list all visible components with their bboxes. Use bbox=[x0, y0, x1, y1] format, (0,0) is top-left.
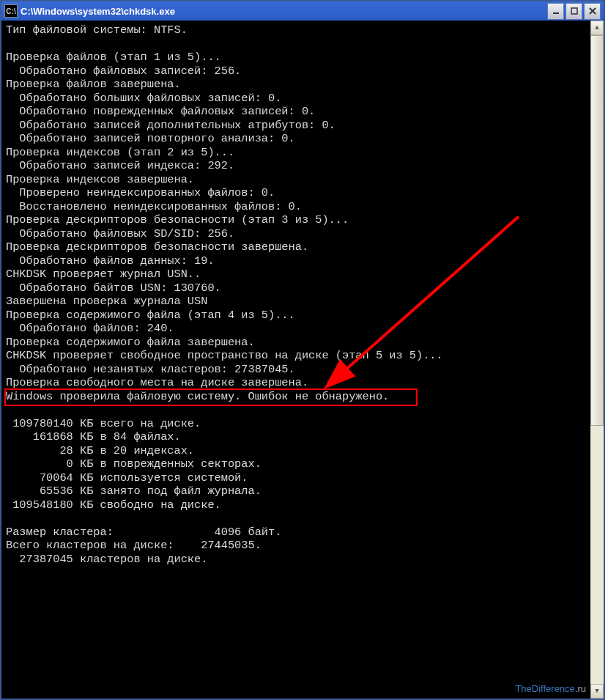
console-line bbox=[6, 566, 586, 580]
console-line: Обработано файловых SD/SID: 256. bbox=[6, 227, 586, 241]
console-line: Проверка индексов (этап 2 из 5)... bbox=[6, 146, 586, 160]
console-line: Обработано записей индекса: 292. bbox=[6, 159, 586, 173]
console-line: Завершена проверка журнала USN bbox=[6, 295, 586, 309]
scroll-track[interactable] bbox=[590, 35, 604, 684]
console-line: Проверка дескрипторов безопасности (этап… bbox=[6, 213, 586, 227]
svg-rect-1 bbox=[571, 8, 577, 14]
minimize-icon bbox=[552, 7, 560, 15]
console-line: Проверка свободного места на диске завер… bbox=[6, 376, 586, 390]
console-line: Windows проверила файловую систему. Ошиб… bbox=[6, 390, 586, 404]
console-line: CHKDSK проверяет журнал USN.. bbox=[6, 268, 586, 281]
close-icon bbox=[589, 7, 596, 15]
vertical-scrollbar[interactable]: ▲ ▼ bbox=[590, 21, 604, 699]
console-line: 0 КБ в поврежденных секторах. bbox=[6, 457, 586, 471]
console-line: Всего кластеров на диске: 27445035. bbox=[6, 539, 586, 553]
console-line bbox=[6, 37, 586, 51]
console-line: Обработано поврежденных файловых записей… bbox=[6, 105, 586, 119]
window-title: C:\Windows\system32\chkdsk.exe bbox=[21, 6, 547, 17]
console-line: Проверка содержимого файла завершена. bbox=[6, 336, 586, 350]
console-line: Обработано файловых записей: 256. bbox=[6, 65, 586, 78]
console-area: Тип файловой системы: NTFS. Проверка фай… bbox=[1, 21, 604, 699]
close-button[interactable] bbox=[584, 3, 601, 20]
window-controls bbox=[547, 3, 601, 20]
console-line: Проверка дескрипторов безопасности завер… bbox=[6, 240, 586, 254]
console-line: 27387045 кластеров на диске. bbox=[6, 553, 586, 567]
console-output: Тип файловой системы: NTFS. Проверка фай… bbox=[1, 21, 590, 699]
console-line: 161868 КБ в 84 файлах. bbox=[6, 430, 586, 444]
console-line: Обработано файлов: 240. bbox=[6, 322, 586, 336]
console-line bbox=[6, 512, 586, 526]
svg-rect-0 bbox=[553, 12, 559, 14]
console-line bbox=[6, 403, 586, 417]
console-line: 109780140 КБ всего на диске. bbox=[6, 417, 586, 431]
console-line: CHKDSK проверяет свободное пространство … bbox=[6, 349, 586, 363]
maximize-icon bbox=[571, 7, 578, 15]
console-line: 28 КБ в 20 индексах. bbox=[6, 444, 586, 458]
scroll-down-button[interactable]: ▼ bbox=[590, 684, 604, 699]
scroll-up-button[interactable]: ▲ bbox=[590, 21, 604, 35]
console-line: Проверено неиндексированных файлов: 0. bbox=[6, 186, 586, 200]
console-line: Восстановлено неиндексированных файлов: … bbox=[6, 200, 586, 214]
minimize-button[interactable] bbox=[547, 3, 564, 20]
titlebar[interactable]: C:\ C:\Windows\system32\chkdsk.exe bbox=[1, 1, 604, 21]
console-line: Размер кластера: 4096 байт. bbox=[6, 526, 586, 539]
console-line: 70064 КБ используется системой. bbox=[6, 471, 586, 485]
console-line: Проверка файлов завершена. bbox=[6, 78, 586, 92]
maximize-button[interactable] bbox=[566, 3, 582, 20]
console-line: Обработано записей дополнительных атрибу… bbox=[6, 119, 586, 133]
app-icon: C:\ bbox=[4, 4, 18, 18]
console-line: 65536 КБ занято под файл журнала. bbox=[6, 485, 586, 498]
console-line: Обработано байтов USN: 130760. bbox=[6, 281, 586, 295]
console-line: Проверка индексов завершена. bbox=[6, 173, 586, 187]
console-line: Проверка файлов (этап 1 из 5)... bbox=[6, 51, 586, 65]
console-line: Обработано записей повторного анализа: 0… bbox=[6, 132, 586, 146]
scroll-thumb[interactable] bbox=[590, 35, 604, 426]
app-window: C:\ C:\Windows\system32\chkdsk.exe Тип ф… bbox=[0, 0, 605, 700]
console-line: Проверка содержимого файла (этап 4 из 5)… bbox=[6, 309, 586, 323]
console-line: Обработано файлов данных: 19. bbox=[6, 254, 586, 268]
console-line: Тип файловой системы: NTFS. bbox=[6, 23, 586, 37]
console-line: 109548180 КБ свободно на диске. bbox=[6, 498, 586, 512]
console-line: Обработано больших файловых записей: 0. bbox=[6, 92, 586, 106]
console-line: Обработано незанятых кластеров: 27387045… bbox=[6, 363, 586, 377]
console-line bbox=[6, 580, 586, 594]
